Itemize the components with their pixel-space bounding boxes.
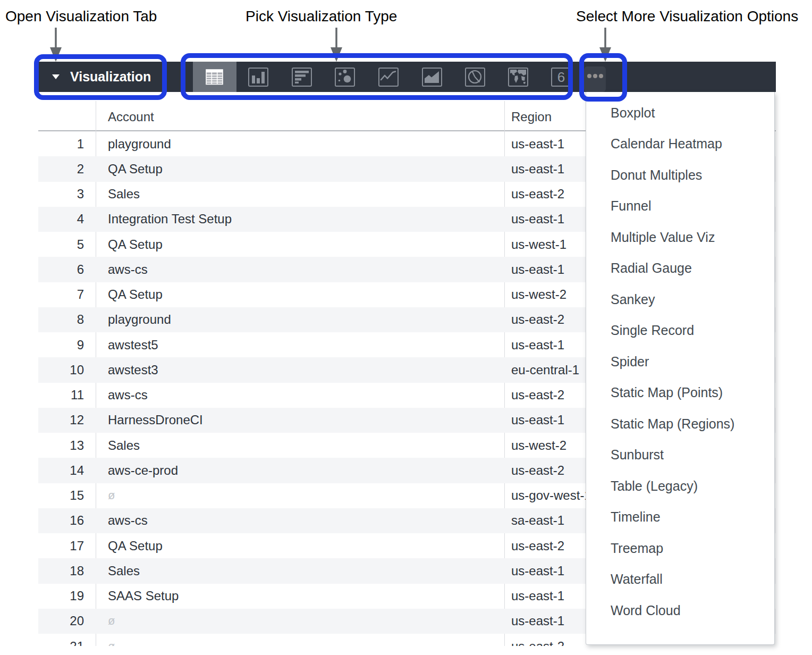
annotation-open-tab: Open Visualization Tab xyxy=(5,7,157,26)
more-visualization-options-button[interactable] xyxy=(584,66,606,92)
account-cell: aws-cs xyxy=(96,513,504,528)
menu-item[interactable]: Radial Gauge xyxy=(586,253,774,284)
visualization-picker-screen: Open Visualization Tab Pick Visualizatio… xyxy=(0,0,812,655)
column-chart-icon xyxy=(248,67,269,87)
menu-item[interactable]: Waterfall xyxy=(586,564,774,595)
line-chart-icon xyxy=(378,67,399,87)
column-header-region[interactable]: Region xyxy=(511,110,552,124)
account-cell: SAAS Setup xyxy=(96,589,504,603)
row-index: 19 xyxy=(38,589,96,603)
account-cell: ø xyxy=(96,489,504,502)
account-cell: aws-ce-prod xyxy=(96,463,504,478)
menu-item[interactable]: Donut Multiples xyxy=(586,159,774,191)
account-cell: Sales xyxy=(96,564,504,578)
account-cell: Sales xyxy=(96,187,504,201)
menu-item[interactable]: Boxplot xyxy=(586,97,774,129)
viz-type-bar-chart-button[interactable] xyxy=(280,62,324,92)
account-cell: awstest3 xyxy=(96,363,504,377)
account-cell: playground xyxy=(96,312,504,327)
row-index: 18 xyxy=(38,564,96,578)
annotation-arrow-down-icon xyxy=(597,27,613,63)
account-cell: QA Setup xyxy=(96,539,504,553)
account-cell: Integration Test Setup xyxy=(96,212,504,226)
annotation-more-options: Select More Visualization Options xyxy=(576,7,798,26)
menu-item[interactable]: Static Map (Regions) xyxy=(586,408,774,440)
world-map-icon xyxy=(508,67,529,87)
row-index: 12 xyxy=(38,413,96,427)
row-index: 8 xyxy=(38,312,96,327)
svg-text:6: 6 xyxy=(557,69,565,85)
row-index: 6 xyxy=(38,262,96,277)
row-index: 20 xyxy=(38,614,96,628)
account-cell: ø xyxy=(96,614,504,628)
menu-item[interactable]: Treemap xyxy=(586,533,774,564)
menu-item[interactable]: Multiple Value Viz xyxy=(586,222,774,253)
row-index: 9 xyxy=(38,338,96,352)
bar-chart-icon xyxy=(291,67,312,87)
row-index: 15 xyxy=(38,488,96,503)
menu-item[interactable]: Timeline xyxy=(586,502,774,533)
row-index: 21 xyxy=(38,639,96,646)
visualization-tab-label: Visualization xyxy=(70,69,151,85)
annotation-arrow-down-icon xyxy=(328,27,344,63)
menu-item[interactable]: Static Map (Points) xyxy=(586,377,774,409)
viz-type-world-map-button[interactable] xyxy=(496,62,540,92)
viz-type-pie-chart-button[interactable] xyxy=(453,62,497,92)
menu-item[interactable]: Calendar Heatmap xyxy=(586,129,774,160)
account-cell: HarnessDroneCI xyxy=(96,413,504,427)
account-cell: QA Setup xyxy=(96,162,504,177)
menu-item[interactable]: Funnel xyxy=(586,191,774,222)
viz-type-column-chart-button[interactable] xyxy=(236,62,280,92)
account-cell: awstest5 xyxy=(96,338,504,352)
scatter-plot-icon xyxy=(334,67,356,87)
single-value-icon: 6 xyxy=(551,67,572,87)
account-cell: aws-cs xyxy=(96,262,504,277)
account-cell: aws-cs xyxy=(96,388,504,402)
annotation-arrow-down-icon xyxy=(48,27,64,63)
menu-item[interactable]: Spider xyxy=(586,346,774,377)
visualization-tab[interactable]: Visualization xyxy=(38,62,151,92)
menu-item[interactable]: Word Cloud xyxy=(586,595,774,626)
row-index: 4 xyxy=(38,212,96,226)
visualization-toolbar: Visualization xyxy=(38,62,776,92)
row-index: 10 xyxy=(38,363,96,377)
row-index: 13 xyxy=(38,438,96,453)
annotation-pick-type: Pick Visualization Type xyxy=(246,7,397,26)
area-chart-icon xyxy=(421,67,443,87)
row-index: 14 xyxy=(38,463,96,478)
row-index: 11 xyxy=(38,388,96,402)
viz-type-scatter-plot-button[interactable] xyxy=(323,62,367,92)
account-cell: ø xyxy=(96,640,504,646)
table-icon xyxy=(204,67,225,87)
account-cell: QA Setup xyxy=(96,287,504,302)
viz-type-area-chart-button[interactable] xyxy=(410,62,454,92)
row-index: 2 xyxy=(38,162,96,177)
menu-item[interactable]: Sankey xyxy=(586,284,774,315)
caret-down-icon xyxy=(52,74,60,79)
more-visualizations-menu: BoxplotCalendar HeatmapDonut MultiplesFu… xyxy=(586,92,775,645)
viz-type-single-value-button[interactable]: 6 xyxy=(539,62,583,92)
row-index: 5 xyxy=(38,237,96,252)
row-index: 3 xyxy=(38,187,96,201)
account-cell: playground xyxy=(96,137,504,152)
menu-item[interactable]: Sunburst xyxy=(586,440,774,471)
account-cell: QA Setup xyxy=(96,237,504,252)
column-header-account[interactable]: Account xyxy=(108,110,154,124)
viz-type-line-chart-button[interactable] xyxy=(367,62,410,92)
row-index: 1 xyxy=(38,137,96,152)
row-index: 17 xyxy=(38,539,96,553)
viz-type-table-button[interactable] xyxy=(193,62,236,92)
menu-item[interactable]: Single Record xyxy=(586,315,774,347)
row-index: 16 xyxy=(38,513,96,528)
ellipsis-icon xyxy=(587,74,603,78)
row-index: 7 xyxy=(38,287,96,302)
pie-chart-icon xyxy=(464,67,486,87)
menu-item[interactable]: Table (Legacy) xyxy=(586,471,774,502)
account-cell: Sales xyxy=(96,438,504,453)
